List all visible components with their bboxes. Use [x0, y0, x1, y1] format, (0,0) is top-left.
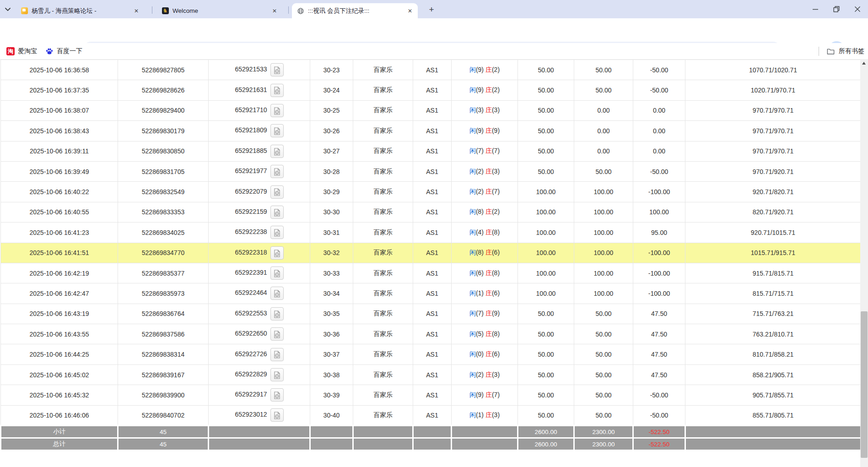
- table-row[interactable]: 2025-10-06 16:42:19522869835377652922391…: [1, 263, 861, 283]
- game-id: 652922650: [235, 330, 267, 337]
- tab-title: 杨雪儿 - 海燕策略论坛 -: [32, 7, 129, 15]
- close-icon[interactable]: ✕: [406, 7, 414, 15]
- video-replay-icon[interactable]: [270, 226, 284, 239]
- table-row[interactable]: 2025-10-06 16:38:43522869830179652921809…: [1, 121, 861, 141]
- cell-win-loss: 47.50: [633, 304, 685, 324]
- video-replay-icon[interactable]: [270, 63, 284, 76]
- cell-round: 30-40: [310, 405, 353, 425]
- video-replay-icon[interactable]: [270, 388, 284, 402]
- game-id: 652921809: [235, 127, 267, 134]
- sum-empty: [452, 426, 518, 438]
- cell-game-type: 百家乐: [353, 223, 413, 243]
- cell-round: 30-27: [310, 141, 353, 161]
- table-row[interactable]: 2025-10-06 16:38:07522869829400652921710…: [1, 100, 861, 120]
- cell-account: AS1: [413, 141, 452, 161]
- table-row[interactable]: 2025-10-06 16:43:55522869837586652922650…: [1, 324, 861, 344]
- table-row[interactable]: 2025-10-06 16:44:25522869838314652922726…: [1, 344, 861, 364]
- cell-bet-detail: 闲(0) 庄(6): [452, 344, 518, 364]
- video-replay-icon[interactable]: [270, 124, 284, 137]
- cell-game-id: 652922829: [209, 364, 310, 385]
- close-window-button[interactable]: [847, 0, 868, 18]
- divider: [819, 47, 819, 56]
- sum-count: 45: [118, 438, 209, 451]
- cell-bet-id: 522869840702: [118, 405, 209, 425]
- cell-bet-time: 2025-10-06 16:41:51: [1, 243, 118, 263]
- video-replay-icon[interactable]: [270, 104, 284, 117]
- cell-game-type: 百家乐: [353, 100, 413, 120]
- table-row[interactable]: 2025-10-06 16:40:22522869832549652922079…: [1, 182, 861, 202]
- video-replay-icon[interactable]: [270, 165, 284, 178]
- table-row[interactable]: 2025-10-06 16:43:19522869836764652922553…: [1, 304, 861, 324]
- cell-bet-time: 2025-10-06 16:42:19: [1, 263, 118, 283]
- tab-forum[interactable]: 杨雪儿 - 海燕策略论坛 - ✕: [16, 3, 144, 18]
- cell-account: AS1: [413, 364, 452, 385]
- cell-win-loss: -100.00: [633, 283, 685, 304]
- cell-bet-amount: 100.00: [518, 243, 574, 263]
- restore-button[interactable]: [826, 0, 847, 18]
- cell-bet-detail: 闲(7) 庄(9): [452, 304, 518, 324]
- close-icon[interactable]: ✕: [132, 7, 140, 15]
- cell-bet-id: 522869827805: [118, 60, 209, 80]
- video-replay-icon[interactable]: [270, 145, 284, 158]
- toolbar: 66cxkj98.com/game/betrecord_search/kind3…: [0, 18, 868, 43]
- video-replay-icon[interactable]: [270, 307, 284, 320]
- table-row[interactable]: 2025-10-06 16:40:55522869833353652922159…: [1, 202, 861, 222]
- cell-win-loss: 0.00: [633, 141, 685, 161]
- banker-label: 庄: [485, 269, 492, 277]
- bookmark-taobao[interactable]: 淘 爱淘宝: [4, 45, 40, 57]
- table-row[interactable]: 2025-10-06 16:39:11522869830850652921885…: [1, 141, 861, 161]
- table-row[interactable]: 2025-10-06 16:41:23522869834025652922238…: [1, 223, 861, 243]
- cell-win-loss: 47.50: [633, 364, 685, 385]
- cell-account: AS1: [413, 324, 452, 344]
- player-label: 闲: [469, 188, 476, 195]
- table-row[interactable]: 2025-10-06 16:42:47522869835973652922464…: [1, 283, 861, 304]
- tab-search-icon[interactable]: [3, 5, 13, 15]
- cell-balance: 715.71/763.21: [685, 304, 861, 324]
- video-replay-icon[interactable]: [270, 246, 284, 260]
- cell-game-id: 652922917: [209, 385, 310, 405]
- cell-balance: 970.71/920.71: [685, 161, 861, 181]
- video-replay-icon[interactable]: [270, 287, 284, 300]
- table-row[interactable]: 2025-10-06 16:39:49522869831705652921977…: [1, 161, 861, 181]
- scroll-up-icon[interactable]: [862, 62, 866, 65]
- table-row[interactable]: 2025-10-06 16:46:06522869840702652923012…: [1, 405, 861, 425]
- banker-label: 庄: [485, 66, 492, 73]
- cell-bet-amount: 50.00: [518, 304, 574, 324]
- table-row[interactable]: 2025-10-06 16:45:32522869839900652922917…: [1, 385, 861, 405]
- video-replay-icon[interactable]: [270, 206, 284, 219]
- video-replay-icon[interactable]: [270, 84, 284, 97]
- game-id: 652922391: [235, 269, 267, 276]
- close-icon[interactable]: ✕: [270, 7, 279, 15]
- video-replay-icon[interactable]: [270, 266, 284, 280]
- table-row[interactable]: 2025-10-06 16:37:35522869828626652921631…: [1, 80, 861, 100]
- cell-balance: 1020.71/970.71: [685, 80, 861, 100]
- cell-bet-id: 522869836764: [118, 304, 209, 324]
- scrollbar-thumb[interactable]: [861, 311, 868, 458]
- banker-label: 庄: [485, 289, 492, 297]
- all-bookmarks[interactable]: 所有书签: [819, 45, 864, 57]
- vertical-scrollbar[interactable]: [860, 60, 868, 467]
- cell-game-id: 652922391: [209, 263, 310, 283]
- bookmark-baidu[interactable]: 百度一下: [43, 45, 85, 57]
- cell-bet-time: 2025-10-06 16:42:47: [1, 283, 118, 304]
- cell-bet-time: 2025-10-06 16:36:58: [1, 60, 118, 80]
- video-replay-icon[interactable]: [270, 368, 284, 381]
- bet-records-page: 2025-10-06 16:36:58522869827805652921533…: [0, 60, 860, 467]
- tab-bet-records[interactable]: :::视讯 会员下注纪录::: ✕: [292, 3, 418, 18]
- new-tab-button[interactable]: +: [426, 4, 437, 16]
- table-row[interactable]: 2025-10-06 16:45:02522869839167652922829…: [1, 364, 861, 385]
- cell-bet-detail: 闲(2) 庄(7): [452, 182, 518, 202]
- video-replay-icon[interactable]: [270, 327, 284, 341]
- folder-icon: [826, 47, 835, 56]
- table-row[interactable]: 2025-10-06 16:41:51522869834770652922318…: [1, 243, 861, 263]
- cell-round: 30-33: [310, 263, 353, 283]
- video-replay-icon[interactable]: [270, 408, 284, 422]
- player-label: 闲: [469, 310, 476, 317]
- tab-welcome[interactable]: ♞ Welcome ✕: [156, 3, 282, 18]
- video-replay-icon[interactable]: [270, 348, 284, 361]
- cell-game-type: 百家乐: [353, 364, 413, 385]
- table-row[interactable]: 2025-10-06 16:36:58522869827805652921533…: [1, 60, 861, 80]
- cell-game-id: 652921631: [209, 80, 310, 100]
- video-replay-icon[interactable]: [270, 185, 284, 199]
- minimize-button[interactable]: [805, 0, 826, 18]
